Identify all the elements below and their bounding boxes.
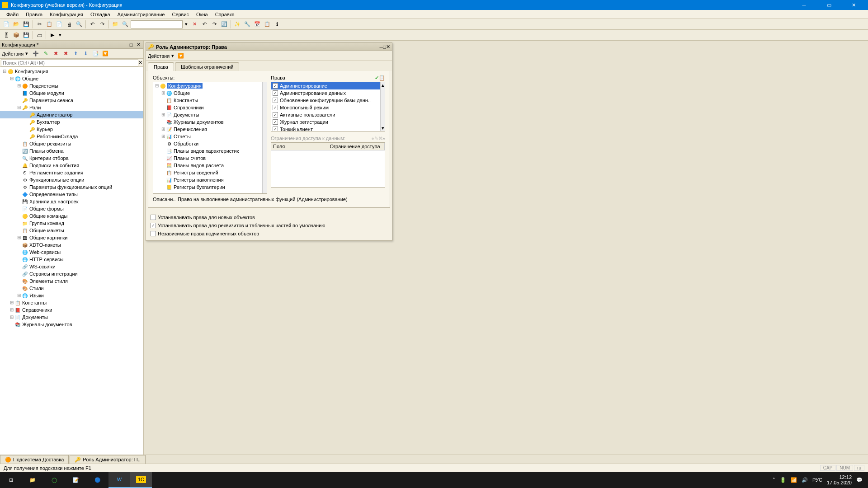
1c-button[interactable]: 1C [130,472,152,488]
tree-node-9[interactable]: 🔑РаботникиСклада [0,133,143,140]
tree-node-25[interactable]: 🌐Web-сервисы [0,249,143,256]
restrict-delete-button[interactable]: ✖ [378,136,382,141]
nav-fwd-button[interactable]: ↷ [210,20,219,29]
tree-node-26[interactable]: 🌐HTTP-сервисы [0,256,143,263]
restrict-add-button[interactable]: ● [371,136,374,141]
tree-node-11[interactable]: 🔄Планы обмена [0,147,143,155]
calendar-button[interactable]: 📅 [253,20,262,29]
object-row-10[interactable]: 📈Планы счетов [153,155,262,162]
wizard-button[interactable]: ✨ [233,20,242,29]
tree-node-27[interactable]: 🔗WS-ссылки [0,263,143,270]
tray-notifications-icon[interactable]: 💬 [856,477,863,483]
tray-lang[interactable]: РУС [812,477,822,483]
nav-back-button[interactable]: ↶ [200,20,209,29]
sidebar-collapse-button[interactable]: □ [128,42,134,48]
start-button[interactable]: ⊞ [0,472,22,488]
object-row-8[interactable]: ⚙Обработки [153,140,262,147]
tree-node-35[interactable]: 📚Журналы документов [0,321,143,328]
tree-node-14[interactable]: ⏱Регламентные задания [0,169,143,176]
clipboard-button[interactable]: 📋 [263,20,272,29]
utorrent-button[interactable]: ◯ [43,472,65,488]
tool-b-button[interactable]: 💾 [22,31,31,40]
chrome-button[interactable]: 🔵 [87,472,108,488]
restrict-more-button[interactable]: » [382,136,385,141]
tree-node-1[interactable]: ⊟🌐Общие [0,75,143,82]
search-icon[interactable]: 🔍 [121,20,130,29]
tree-node-20[interactable]: 🟡Общие команды [0,212,143,220]
help-button[interactable]: ℹ [273,20,282,29]
delete-button[interactable]: ✖ [52,50,60,58]
notepad-button[interactable]: 📝 [65,472,87,488]
open-button[interactable]: 📂 [12,20,21,29]
tray-battery-icon[interactable]: 🔋 [780,477,786,483]
role-check-1[interactable]: ✓Устанавливать права для реквизитов и та… [151,221,387,230]
role-check-0[interactable]: Устанавливать права для новых объектов [151,213,387,221]
object-row-9[interactable]: 📑Планы видов характеристик [153,147,262,155]
print-button[interactable]: 🖨 [65,20,74,29]
config-tree[interactable]: ⊟🟡Конфигурация⊟🌐Общие⊞🟠Подсистемы📘Общие … [0,67,143,455]
object-row-12[interactable]: 📋Регистры сведений [153,169,262,176]
tree-node-13[interactable]: 🔔Подписки на события [0,162,143,169]
move-up-button[interactable]: ⬆ [71,50,80,58]
doc-tab-0[interactable]: 🟠Подсистема Доставка [0,455,69,464]
tree-node-18[interactable]: 💾Хранилища настроек [0,198,143,205]
undo-button[interactable]: ↶ [88,20,97,29]
menu-6[interactable]: Окна [193,11,212,18]
search-combo[interactable] [131,20,183,28]
dropdown-button[interactable]: ▾ [184,20,189,29]
tool2-button[interactable]: 🔧 [243,20,252,29]
tree-node-5[interactable]: ⊟🔑Роли [0,104,143,111]
rights-scrollbar[interactable]: ▴ ▾ [380,82,385,131]
search-clear-button[interactable]: ✕ [138,60,142,66]
object-row-4[interactable]: ⊞📄Документы [153,111,262,118]
new-button[interactable]: 📄 [2,20,11,29]
tree-node-0[interactable]: ⊟🟡Конфигурация [0,68,143,75]
tree-search-input[interactable] [1,59,138,66]
maximize-button[interactable]: ▭ [816,0,841,10]
tree-node-28[interactable]: 🔗Сервисы интеграции [0,270,143,277]
menu-5[interactable]: Сервис [168,11,193,18]
tree-node-4[interactable]: 🔑Параметры сеанса [0,97,143,104]
object-row-6[interactable]: ⊞📝Перечисления [153,126,262,133]
object-row-11[interactable]: 🧮Планы видов расчета [153,162,262,169]
role-tab-1[interactable]: Шаблоны ограничений [175,62,240,71]
role-filter-button[interactable]: 🔽 [178,53,184,59]
tree-node-33[interactable]: ⊞📕Справочники [0,306,143,314]
tree-node-19[interactable]: 📄Общие формы [0,205,143,212]
clear-button[interactable]: ✕ [190,20,199,29]
explorer-button[interactable]: 📁 [22,472,43,488]
object-row-14[interactable]: 📒Регистры бухгалтерии [153,183,262,191]
close-button[interactable]: ✕ [841,0,866,10]
delete2-button[interactable]: ✖ [61,50,70,58]
right-row-0[interactable]: ✓Администрирование [271,82,380,89]
object-row-7[interactable]: ⊞📊Отчеты [153,133,262,140]
tree-node-17[interactable]: 🔷Определяемые типы [0,191,143,198]
tree-node-10[interactable]: 📋Общие реквизиты [0,140,143,147]
actions-label[interactable]: Действия [2,51,24,56]
tool-c-button[interactable]: 🗃 [35,31,44,40]
object-row-5[interactable]: 📚Журналы документов [153,118,262,126]
preview-button[interactable]: 🔍 [75,20,84,29]
tree-node-22[interactable]: 📋Общие макеты [0,227,143,234]
object-row-3[interactable]: 📕Справочники [153,104,262,111]
right-row-5[interactable]: ✓Журнал регистрации [271,118,380,126]
folder-button[interactable]: 📁 [111,20,120,29]
tree-node-6[interactable]: 🔑Администратор [0,111,143,118]
cut-button[interactable]: ✂ [35,20,44,29]
tree-node-34[interactable]: ⊞📄Документы [0,314,143,321]
role-tab-0[interactable]: Права [148,62,174,71]
right-row-4[interactable]: ✓Активные пользователи [271,111,380,118]
tree-node-24[interactable]: 📦XDTO-пакеты [0,241,143,249]
restrictions-table[interactable]: Поля Ограничение доступа [271,142,385,188]
tree-node-21[interactable]: 📁Группы команд [0,220,143,227]
refresh-button[interactable]: 🔄 [220,20,229,29]
tree-node-2[interactable]: ⊞🟠Подсистемы [0,82,143,89]
menu-7[interactable]: Справка [212,11,238,18]
objects-scrollbar[interactable] [262,82,267,193]
add-button[interactable]: ➕ [32,50,40,58]
right-row-2[interactable]: ✓Обновление конфигурации базы данн.. [271,97,380,104]
menu-0[interactable]: Файл [3,11,22,18]
right-row-1[interactable]: ✓Администрирование данных [271,89,380,97]
filter-button[interactable]: 🔽 [101,50,109,58]
object-row-2[interactable]: 📋Константы [153,97,262,104]
